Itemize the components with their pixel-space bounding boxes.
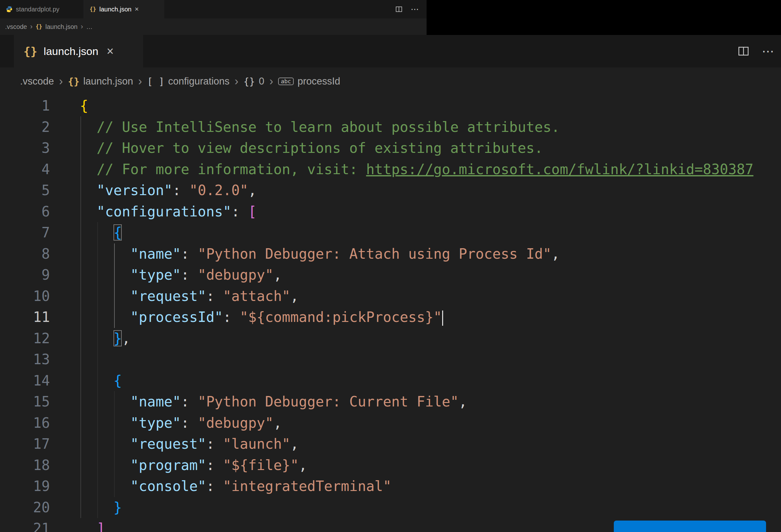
editor-tab-strip: launch.json × ⋯ [0, 35, 781, 67]
code-line[interactable]: 9 "type": "debugpy", [0, 264, 781, 286]
code-line[interactable]: 10 "request": "attach", [0, 286, 781, 307]
line-content: // Hover to view descriptions of existin… [80, 137, 543, 159]
code-token: "configurations" [97, 203, 232, 219]
code-token: : [181, 415, 198, 431]
breadcrumb-item-configurations[interactable]: configurations [147, 76, 230, 87]
code-token: : [206, 478, 223, 494]
line-number[interactable]: 12 [0, 328, 50, 349]
split-editor-icon[interactable] [738, 45, 749, 57]
line-number[interactable]: 20 [0, 497, 50, 518]
line-content: "configurations": [ [80, 201, 256, 222]
line-content: }, [80, 328, 130, 349]
line-content: "name": "Python Debugger: Attach using P… [80, 243, 560, 265]
breadcrumb-item-processid[interactable]: processId [278, 76, 340, 87]
code-editor[interactable]: 1{2 // Use IntelliSense to learn about p… [0, 95, 781, 532]
breadcrumb-item--vscode[interactable]: .vscode [20, 76, 54, 87]
code-token [80, 330, 114, 346]
code-token: , [551, 246, 560, 262]
line-number[interactable]: 2 [0, 117, 50, 138]
code-token [80, 436, 130, 452]
code-token: { [114, 372, 122, 389]
chevron-separator-icon [30, 23, 32, 31]
code-token: , [122, 330, 130, 346]
line-number[interactable]: 3 [0, 137, 50, 159]
tab-label: launch.json [44, 45, 98, 57]
code-token [80, 457, 130, 473]
code-line[interactable]: 20 } [0, 497, 781, 518]
code-line[interactable]: 7 { [0, 222, 781, 243]
code-token: [ [248, 203, 257, 219]
code-token: "Python Debugger: Attach using Process I… [198, 246, 551, 262]
code-line[interactable]: 4 // For more information, visit: https:… [0, 159, 781, 180]
more-actions-icon[interactable]: ⋯ [411, 4, 419, 14]
chevron-separator-icon [269, 75, 273, 88]
more-actions-icon[interactable]: ⋯ [762, 44, 774, 58]
split-editor-icon[interactable] [396, 6, 402, 13]
line-number[interactable]: 7 [0, 222, 50, 243]
code-line[interactable]: 15 "name": "Python Debugger: Current Fil… [0, 391, 781, 412]
code-line[interactable]: 13 [0, 349, 781, 370]
code-line[interactable]: 14 { [0, 370, 781, 392]
chevron-separator-icon [81, 23, 83, 31]
code-line[interactable]: 12 }, [0, 328, 781, 349]
code-line[interactable]: 2 // Use IntelliSense to learn about pos… [0, 117, 781, 138]
line-number[interactable]: 10 [0, 286, 50, 307]
code-token [80, 415, 130, 431]
python-file-icon [6, 6, 13, 13]
code-line[interactable]: 5 "version": "0.2.0", [0, 180, 781, 201]
tab-standardplot-py[interactable]: standardplot.py [0, 0, 84, 18]
code-token: "type" [130, 415, 181, 431]
line-number[interactable]: 17 [0, 434, 50, 455]
line-number[interactable]: 14 [0, 370, 50, 392]
breadcrumb-overflow[interactable]: … [86, 23, 92, 31]
code-line[interactable]: 8 "name": "Python Debugger: Attach using… [0, 243, 781, 265]
breadcrumb-item-vscode[interactable]: .vscode [5, 23, 27, 31]
breadcrumb-item-launch-json[interactable]: launch.json [45, 23, 78, 31]
line-number[interactable]: 6 [0, 201, 50, 222]
close-tab-icon[interactable]: × [135, 6, 139, 13]
line-number[interactable]: 16 [0, 412, 50, 434]
code-token: , [290, 288, 299, 304]
line-content: "name": "Python Debugger: Current File", [80, 391, 467, 412]
line-number[interactable]: 11 [0, 307, 50, 328]
line-number[interactable]: 15 [0, 391, 50, 412]
code-line[interactable]: 11 "processId": "${command:pickProcess}" [0, 307, 781, 328]
line-number[interactable]: 19 [0, 476, 50, 497]
editor-actions: ⋯ [738, 35, 774, 67]
close-tab-icon[interactable]: × [107, 45, 114, 57]
code-token: "version" [97, 182, 172, 198]
json-file-icon [90, 6, 96, 12]
line-content: } [80, 497, 122, 518]
breadcrumb-item-0[interactable]: 0 [244, 76, 264, 87]
line-number[interactable]: 18 [0, 455, 50, 476]
line-number[interactable]: 9 [0, 264, 50, 286]
line-number[interactable]: 8 [0, 243, 50, 265]
code-line[interactable]: 19 "console": "integratedTerminal" [0, 476, 781, 497]
cursor-caret [442, 311, 443, 326]
tab-label: launch.json [99, 6, 131, 13]
line-number[interactable]: 13 [0, 349, 50, 370]
chevron-separator-icon [138, 75, 142, 88]
code-line[interactable]: 3 // Hover to view descriptions of exist… [0, 137, 781, 159]
code-line[interactable]: 16 "type": "debugpy", [0, 412, 781, 434]
editor-zoomed-view: launch.json × ⋯ .vscodelaunch.jsonconfig… [0, 35, 781, 532]
link[interactable]: https://go.microsoft.com/fwlink/?linkid=… [366, 161, 754, 177]
code-line[interactable]: 6 "configurations": [ [0, 201, 781, 222]
breadcrumb-item-launch-json[interactable]: launch.json [68, 76, 133, 87]
code-token: : [181, 267, 198, 283]
line-number[interactable]: 4 [0, 159, 50, 180]
code-line[interactable]: 21 ] [0, 518, 781, 532]
code-token: "request" [130, 288, 206, 304]
code-line[interactable]: 1{ [0, 95, 781, 117]
editor-tab-launch-json[interactable]: launch.json × [14, 35, 143, 67]
code-line[interactable]: 18 "program": "${file}", [0, 455, 781, 476]
code-line[interactable]: 17 "request": "launch", [0, 434, 781, 455]
tab-launch-json[interactable]: launch.json × [84, 0, 164, 18]
breadcrumb-label: launch.json [83, 76, 133, 87]
line-number[interactable]: 21 [0, 518, 50, 532]
black-overlay-region [426, 0, 781, 35]
line-number[interactable]: 5 [0, 180, 50, 201]
chevron-separator-icon [235, 75, 238, 88]
code-token: "name" [130, 394, 181, 410]
line-number[interactable]: 1 [0, 95, 50, 117]
